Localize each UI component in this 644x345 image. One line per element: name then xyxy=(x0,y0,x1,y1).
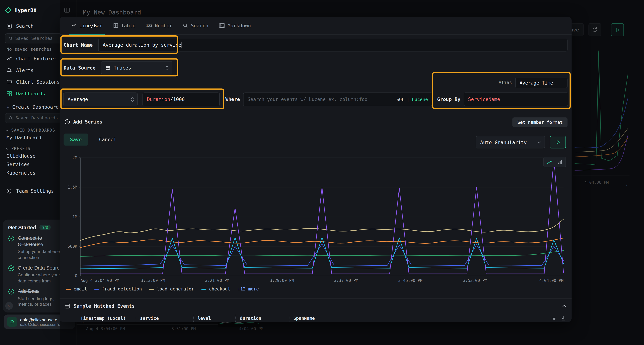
legend-item[interactable]: checkout xyxy=(201,286,230,292)
bell-icon xyxy=(6,67,12,73)
source-table-icon xyxy=(106,65,110,70)
where-placeholder: Search your events w/ Lucene ex. column:… xyxy=(248,96,393,102)
svg-text:0: 0 xyxy=(75,274,77,278)
tab-number[interactable]: 123 Number xyxy=(141,17,178,34)
add-series-button[interactable]: Add Series xyxy=(64,119,102,125)
preview-line-chart[interactable]: 0500K1M1.5M2MAug 4 3:04:00 PM3:13:00 PM3… xyxy=(63,154,568,285)
check-circle-icon xyxy=(8,235,14,242)
svg-text:1M: 1M xyxy=(72,215,77,219)
column-header-spanname[interactable]: SpanName xyxy=(289,315,378,322)
sidebar-item-label: Dashboards xyxy=(16,91,45,96)
data-source-select[interactable]: Traces xyxy=(101,61,172,74)
alias-input[interactable]: Average Time xyxy=(515,77,568,88)
tab-search[interactable]: Search xyxy=(178,17,214,34)
line-style-button[interactable] xyxy=(544,158,554,166)
search-icon xyxy=(8,116,13,120)
data-source-label: Data Source xyxy=(64,65,96,71)
chevron-up-icon[interactable] xyxy=(562,305,567,308)
cancel-button[interactable]: Cancel xyxy=(95,134,120,146)
svg-text:3:45:00 PM: 3:45:00 PM xyxy=(398,278,422,283)
lucene-mode-toggle[interactable]: Lucene xyxy=(412,97,428,102)
monitor-icon xyxy=(6,79,12,85)
user-team: dale@clickhouse.com's xyxy=(20,322,60,327)
sidebar-item-label: Client Sessions xyxy=(16,79,60,85)
table-icon xyxy=(64,303,70,309)
where-search-input[interactable]: Search your events w/ Lucene ex. column:… xyxy=(243,93,432,106)
set-number-format-button[interactable]: Set number format xyxy=(512,117,568,127)
check-circle-icon xyxy=(8,265,14,271)
plus-circle-icon xyxy=(64,119,70,125)
column-header-level[interactable]: level xyxy=(193,315,236,322)
sidebar-item-label: Team Settings xyxy=(16,188,54,194)
legend-item[interactable]: email xyxy=(66,286,87,292)
alias-label: Alias xyxy=(498,80,512,85)
legend-swatch xyxy=(94,289,100,289)
brand-name: HyperDX xyxy=(14,7,63,13)
legend-item[interactable]: load-generator xyxy=(149,286,194,292)
legend-item[interactable]: fraud-detection xyxy=(94,286,142,292)
chart-editor-modal: Line/Bar Table 123 Number Search Markdow… xyxy=(60,17,572,322)
chart-type-tabs: Line/Bar Table 123 Number Search Markdow… xyxy=(60,17,572,35)
saved-dashboards-placeholder: Saved Dashboards xyxy=(16,115,58,121)
svg-text:1.5M: 1.5M xyxy=(68,185,77,189)
column-header-timestamp[interactable]: Timestamp (Local) xyxy=(76,315,136,322)
sample-events-table-header: Timestamp (Local) service level duration… xyxy=(60,315,572,322)
play-icon xyxy=(556,140,560,144)
svg-text:3:53:00 PM: 3:53:00 PM xyxy=(463,278,487,283)
avatar: D xyxy=(7,317,17,327)
run-query-button[interactable] xyxy=(550,136,566,149)
get-started-title: Get Started xyxy=(8,225,36,231)
select-stepper-icon xyxy=(131,97,134,101)
svg-text:3:13:00 PM: 3:13:00 PM xyxy=(141,278,165,283)
legend-swatch xyxy=(66,289,71,289)
field-expression-input[interactable]: Duration/1000 xyxy=(142,93,220,106)
sidebar-item-label: Alerts xyxy=(16,67,34,73)
divider xyxy=(60,299,572,299)
sidebar-item-label: Chart Explorer xyxy=(16,56,57,61)
download-icon[interactable] xyxy=(561,316,566,321)
chart-style-toggle xyxy=(544,157,566,167)
bar-style-button[interactable] xyxy=(555,158,565,166)
granularity-select[interactable]: Auto Granularity xyxy=(476,136,545,149)
svg-text:Aug 4 3:04:00 PM: Aug 4 3:04:00 PM xyxy=(80,278,119,283)
chevron-down-icon xyxy=(6,147,9,150)
legend-swatch xyxy=(201,289,206,289)
chart-name-label: Chart Name xyxy=(64,42,93,48)
select-stepper-icon xyxy=(166,66,169,70)
number-123-icon: 123 xyxy=(146,23,152,28)
search-icon xyxy=(183,23,188,28)
line-chart-icon xyxy=(71,23,76,28)
svg-text:3:29:00 PM: 3:29:00 PM xyxy=(270,278,294,283)
legend-more-link[interactable]: +12 more xyxy=(238,286,259,292)
legend-swatch xyxy=(149,289,154,289)
sample-events-header[interactable]: Sample Matched Events xyxy=(64,303,567,309)
app-root: HyperDX Search Saved Searches No saved s… xyxy=(0,0,644,345)
bar-chart-icon xyxy=(557,159,562,165)
hyperdx-logo-icon xyxy=(5,7,11,13)
group-by-label: Group By xyxy=(437,96,460,102)
group-by-input[interactable]: ServiceName xyxy=(464,93,568,106)
svg-text:3:21:00 PM: 3:21:00 PM xyxy=(205,278,229,283)
filter-icon[interactable] xyxy=(552,316,557,321)
user-email: dale@clickhouse.c xyxy=(20,317,60,322)
markdown-icon xyxy=(219,23,225,28)
help-button[interactable]: ? xyxy=(5,302,13,310)
line-chart-icon xyxy=(547,159,552,165)
tab-markdown[interactable]: Markdown xyxy=(214,17,256,34)
svg-text:4:04:00 PM: 4:04:00 PM xyxy=(539,278,564,283)
aggregation-select[interactable]: Average xyxy=(63,93,138,106)
saved-searches-placeholder: Saved Searches xyxy=(16,36,53,41)
chart-legend: email fraud-detection load-generator che… xyxy=(66,286,259,292)
sql-mode-toggle[interactable]: SQL xyxy=(396,97,404,102)
chevron-down-icon xyxy=(6,128,9,132)
logs-icon xyxy=(6,23,12,29)
column-header-service[interactable]: service xyxy=(136,315,193,322)
chevron-down-icon xyxy=(538,141,542,144)
tab-line-bar[interactable]: Line/Bar xyxy=(66,17,108,34)
check-circle-icon xyxy=(8,288,14,295)
column-header-duration[interactable]: duration xyxy=(236,315,289,322)
chart-name-input[interactable]: Average duration by service xyxy=(98,39,568,51)
save-button[interactable]: Save xyxy=(64,134,88,146)
gear-icon xyxy=(6,188,12,194)
tab-table[interactable]: Table xyxy=(108,17,141,34)
